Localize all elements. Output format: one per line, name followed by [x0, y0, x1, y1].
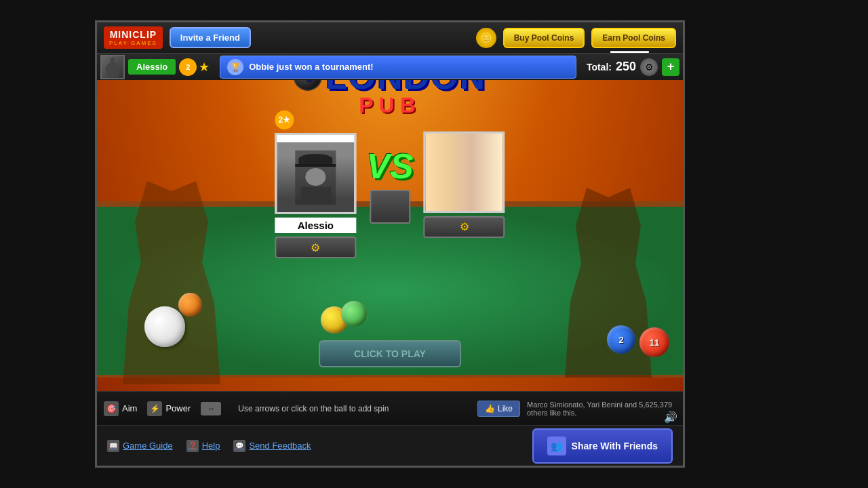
bottom-links-bar: 📖 Game Guide ❓ Help 💬 Send Feedback 👥 Sh… — [97, 425, 683, 466]
add-coins-button[interactable]: + — [662, 58, 679, 76]
help-icon: ❓ — [186, 440, 199, 452]
vs-cue-box — [370, 190, 410, 224]
invite-friend-button[interactable]: Invite a Friend — [170, 27, 251, 48]
game-guide-icon: 📖 — [107, 440, 119, 452]
player-avatar — [100, 55, 125, 79]
player1-gear-icon: ⚙ — [311, 241, 320, 254]
power-label: Power — [165, 403, 191, 413]
power-control: ⚡ Power — [147, 401, 191, 416]
buy-pool-coins-button[interactable]: Buy Pool Coins — [503, 28, 585, 48]
pool-coins-icon: 🪙 — [476, 28, 496, 48]
feedback-icon: 💬 — [233, 440, 245, 452]
game-guide-link[interactable]: 📖 Game Guide — [107, 440, 173, 452]
share-with-friends-button[interactable]: 👥 Share With Friends — [532, 428, 673, 464]
feedback-label: Send Feedback — [249, 441, 311, 451]
opponent-cue-selector[interactable]: ⚙ — [424, 216, 505, 238]
total-coins-bar: Total: 250 ⚙ + — [587, 58, 679, 76]
opponent-gear-icon: ⚙ — [460, 220, 469, 233]
fb-thumb-icon: 👍 — [485, 404, 495, 413]
help-link[interactable]: ❓ Help — [186, 440, 220, 452]
pool-ball-2: 2 — [607, 325, 635, 354]
miniclip-logo: MINICLIP PLAY GAMES — [104, 26, 163, 49]
top-navigation: MINICLIP PLAY GAMES Invite a Friend 🪙 Bu… — [97, 22, 683, 53]
sound-toggle-button[interactable]: 🔊 — [664, 411, 677, 424]
opponent-photo — [424, 131, 505, 213]
player1-level-badge: 2★ — [275, 110, 294, 129]
notification-icon: 🏆 — [227, 59, 243, 75]
spin-icon: ↔ — [201, 402, 221, 415]
player1-name-tag: Alessio — [275, 218, 356, 233]
player1-cue-selector[interactable]: ⚙ — [275, 237, 356, 258]
notification-banner: 🏆 Obbie just won a tournament! — [220, 56, 576, 79]
logo-bottom-text: PLAY GAMES — [109, 40, 157, 46]
earn-pool-coins-button[interactable]: Earn Pool Coins — [591, 28, 676, 48]
settings-gear-button[interactable]: ⚙ — [640, 58, 658, 76]
player1-card: 2★ — [275, 110, 356, 258]
aim-icon: 🎯 — [104, 401, 119, 416]
pool-ball-stripe-green — [341, 301, 367, 327]
notification-text: Obbie just won a tournament! — [249, 62, 373, 72]
fb-friends-text: Marco Simionato, Yari Benini and 5,625,3… — [527, 401, 676, 417]
bottom-hud: 🎯 Aim ⚡ Power ↔ Use arrows or click on t… — [97, 391, 683, 425]
play-button[interactable]: CLICK TO PLAY — [319, 340, 461, 367]
power-icon: ⚡ — [147, 401, 162, 416]
game-guide-label: Game Guide — [123, 441, 173, 451]
vs-container: VS — [366, 146, 413, 224]
player-name-badge: Alessio — [128, 59, 176, 75]
play-button-area: CLICK TO PLAY — [319, 340, 461, 367]
total-label: Total: — [587, 62, 612, 73]
share-label: Share With Friends — [572, 441, 658, 451]
total-amount: 250 — [616, 60, 636, 74]
player1-photo — [275, 133, 356, 214]
opponent-card: ⚙ — [424, 131, 505, 238]
logo-top-text: MINICLIP — [110, 29, 157, 40]
level-star-badge: 2 — [179, 58, 197, 76]
facebook-section: 👍 Like Marco Simionato, Yari Benini and … — [477, 401, 676, 417]
player1-photo-inner — [277, 142, 354, 212]
fb-like-label: Like — [498, 404, 513, 413]
game-frame: 2 11 MINICLIP PLAY GAMES Invite a Friend… — [95, 20, 685, 468]
help-label: Help — [202, 441, 220, 451]
match-area: 2★ — [275, 110, 505, 258]
feedback-link[interactable]: 💬 Send Feedback — [233, 440, 311, 452]
aim-control: 🎯 Aim — [104, 401, 137, 416]
aim-label: Aim — [122, 403, 137, 413]
player-info-bar: Alessio 2 ★ 🏆 Obbie just won a tournamen… — [97, 53, 683, 80]
hud-tip-text: Use arrows or click on the ball to add s… — [238, 404, 389, 413]
facebook-like-button[interactable]: 👍 Like — [477, 401, 520, 417]
pool-ball-11: 11 — [639, 327, 669, 357]
pool-ball-orange — [178, 293, 202, 317]
cue-ball — [144, 306, 185, 347]
share-icon: 👥 — [547, 436, 566, 455]
vs-text: VS — [366, 146, 413, 186]
app: 2 11 MINICLIP PLAY GAMES Invite a Friend… — [0, 0, 868, 488]
player-level: 2 ★ — [179, 58, 210, 76]
